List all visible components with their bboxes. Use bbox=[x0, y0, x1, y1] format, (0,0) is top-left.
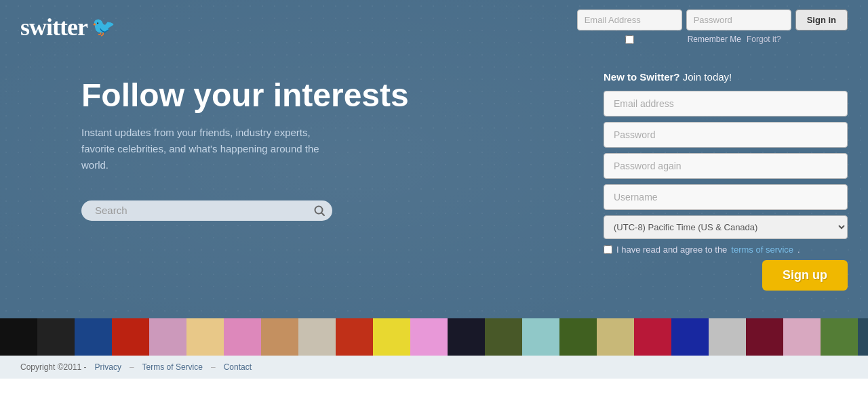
hero-subtitle: Instant updates from your friends, indus… bbox=[81, 125, 339, 173]
top-login-extras: Remember Me Forgot it? bbox=[577, 35, 848, 44]
signup-username-input[interactable] bbox=[604, 184, 848, 210]
top-email-input[interactable] bbox=[577, 9, 682, 30]
avatar bbox=[224, 318, 261, 356]
top-password-input[interactable] bbox=[686, 9, 791, 30]
signup-heading: New to Switter? Join today! bbox=[604, 71, 848, 83]
avatar bbox=[410, 318, 448, 356]
search-input[interactable] bbox=[95, 205, 308, 216]
avatar bbox=[112, 318, 149, 356]
logo: switter 🐦 bbox=[20, 13, 115, 41]
top-nav: switter 🐦 Sign in Remember Me Forgot it? bbox=[0, 0, 868, 44]
svg-line-1 bbox=[322, 213, 325, 215]
footer-copyright: Copyright ©2011 - bbox=[20, 362, 87, 372]
hero-section: switter 🐦 Sign in Remember Me Forgot it?… bbox=[0, 0, 868, 318]
search-box bbox=[81, 200, 332, 221]
hero-content: Follow your interests Instant updates fr… bbox=[0, 44, 868, 311]
signup-btn-row: Sign up bbox=[604, 260, 848, 291]
footer-tos-link[interactable]: Terms of Service bbox=[142, 362, 203, 372]
avatar bbox=[149, 318, 186, 356]
signup-form: (UTC-8) Pacific Time (US & Canada)(UTC-5… bbox=[604, 91, 848, 291]
avatar bbox=[634, 318, 671, 356]
tos-link[interactable]: terms of service bbox=[731, 245, 793, 255]
avatar bbox=[522, 318, 559, 356]
bird-icon: 🐦 bbox=[92, 16, 115, 38]
hero-title: Follow your interests bbox=[81, 78, 576, 114]
avatar bbox=[261, 318, 298, 356]
avatar bbox=[448, 318, 485, 356]
search-button[interactable] bbox=[313, 205, 326, 217]
avatar bbox=[37, 318, 75, 356]
signup-password-again-input[interactable] bbox=[604, 153, 848, 179]
avatar bbox=[373, 318, 410, 356]
forgot-password-link[interactable]: Forgot it? bbox=[747, 35, 781, 44]
signup-password-input[interactable] bbox=[604, 122, 848, 148]
avatar bbox=[671, 318, 709, 356]
tos-row: I have read and agree to the terms of se… bbox=[604, 245, 848, 255]
timezone-select[interactable]: (UTC-8) Pacific Time (US & Canada)(UTC-5… bbox=[604, 215, 848, 239]
avatar-strip bbox=[0, 318, 868, 356]
remember-me-label: Remember Me bbox=[688, 35, 741, 44]
avatar bbox=[186, 318, 224, 356]
avatar bbox=[709, 318, 746, 356]
logo-text: switter bbox=[20, 13, 87, 41]
tos-period: . bbox=[797, 245, 800, 255]
signup-panel: New to Switter? Join today! (UTC-8) Paci… bbox=[604, 71, 848, 291]
avatar bbox=[559, 318, 597, 356]
remember-me-checkbox[interactable] bbox=[577, 35, 682, 44]
avatar bbox=[485, 318, 522, 356]
signup-email-input[interactable] bbox=[604, 91, 848, 116]
sign-up-button[interactable]: Sign up bbox=[762, 260, 848, 291]
footer-contact-link[interactable]: Contact bbox=[224, 362, 252, 372]
footer-privacy-link[interactable]: Privacy bbox=[95, 362, 121, 372]
avatar bbox=[597, 318, 634, 356]
avatar bbox=[298, 318, 336, 356]
sign-in-button[interactable]: Sign in bbox=[795, 9, 848, 30]
footer: Copyright ©2011 - Privacy – Terms of Ser… bbox=[0, 356, 868, 379]
avatar bbox=[746, 318, 783, 356]
hero-left: Follow your interests Instant updates fr… bbox=[81, 71, 576, 291]
avatar bbox=[336, 318, 373, 356]
avatar bbox=[783, 318, 821, 356]
avatar bbox=[821, 318, 858, 356]
top-login-area: Sign in Remember Me Forgot it? bbox=[577, 9, 848, 44]
avatar bbox=[75, 318, 112, 356]
top-login-inputs: Sign in bbox=[577, 9, 848, 30]
avatar bbox=[0, 318, 37, 356]
search-icon bbox=[313, 205, 326, 217]
tos-text: I have read and agree to the bbox=[616, 245, 727, 255]
tos-checkbox[interactable] bbox=[604, 245, 612, 254]
